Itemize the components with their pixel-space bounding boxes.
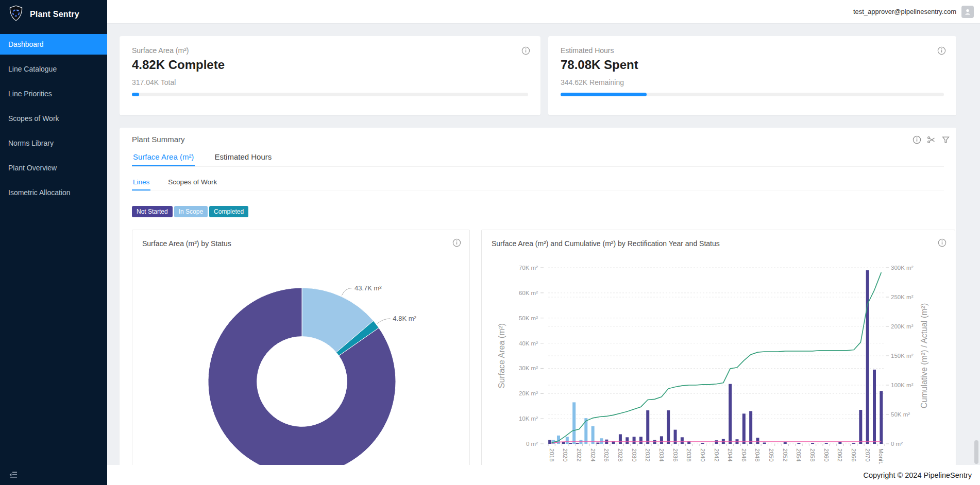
measure-tabs: Surface Area (m²) Estimated Hours bbox=[132, 149, 944, 167]
svg-text:20K m²: 20K m² bbox=[519, 390, 538, 396]
status-chip-completed[interactable]: Completed bbox=[209, 206, 248, 217]
svg-text:200K m²: 200K m² bbox=[891, 323, 914, 330]
svg-text:2044: 2044 bbox=[727, 448, 733, 462]
svg-text:2026: 2026 bbox=[603, 448, 610, 462]
svg-text:10K m²: 10K m² bbox=[519, 415, 538, 422]
svg-text:100K m²: 100K m² bbox=[891, 382, 914, 388]
svg-text:2018: 2018 bbox=[549, 448, 555, 462]
info-icon[interactable] bbox=[521, 46, 530, 55]
svg-text:2052: 2052 bbox=[782, 448, 788, 462]
sidebar-menu: Dashboard Line Catalogue Line Priorities… bbox=[0, 34, 107, 203]
sidebar-item-line-priorities[interactable]: Line Priorities bbox=[0, 83, 107, 104]
menu-fold-icon[interactable] bbox=[8, 470, 19, 480]
filter-icon[interactable] bbox=[941, 135, 950, 144]
svg-text:70K m²: 70K m² bbox=[519, 265, 538, 271]
svg-text:2032: 2032 bbox=[645, 448, 651, 462]
panel-title: Plant Summary bbox=[132, 135, 185, 144]
svg-text:2036: 2036 bbox=[672, 448, 679, 462]
card-label: Estimated Hours bbox=[561, 46, 614, 55]
svg-text:2066: 2066 bbox=[851, 448, 857, 462]
svg-text:2042: 2042 bbox=[714, 448, 720, 462]
copyright-text: Copyright © 2024 PipelineSentry bbox=[863, 471, 972, 479]
svg-text:0 m²: 0 m² bbox=[891, 441, 903, 447]
combo-chart-card: Surface Area (m²) and Cumulative (m²) by… bbox=[481, 230, 955, 465]
plant-summary-panel: Plant Summary Surface Area (m²) Estimate… bbox=[120, 128, 956, 465]
scissors-icon[interactable] bbox=[927, 135, 936, 144]
progress-bar bbox=[561, 93, 944, 96]
svg-text:50K m²: 50K m² bbox=[519, 315, 538, 321]
svg-text:40K m²: 40K m² bbox=[519, 340, 538, 347]
card-value: 78.08K Spent bbox=[561, 58, 638, 72]
surface-area-cumulative-combo-chart[interactable]: 0 m²10K m²20K m²30K m²40K m²50K m²60K m²… bbox=[482, 230, 955, 465]
svg-text:30K m²: 30K m² bbox=[519, 365, 538, 371]
svg-text:2070: 2070 bbox=[865, 448, 871, 462]
user-email[interactable]: test_approver@pipelinesentry.com bbox=[853, 8, 956, 15]
svg-text:Surface Area (m²): Surface Area (m²) bbox=[497, 323, 506, 388]
sidebar-item-scopes-of-work[interactable]: Scopes of Work bbox=[0, 108, 107, 129]
svg-text:2062: 2062 bbox=[837, 448, 843, 462]
svg-text:2048: 2048 bbox=[754, 448, 761, 462]
svg-text:300K m²: 300K m² bbox=[891, 265, 914, 271]
svg-text:2028: 2028 bbox=[617, 448, 623, 462]
app-logo: Plant Sentry bbox=[0, 0, 107, 29]
sidebar-item-plant-overview[interactable]: Plant Overview bbox=[0, 158, 107, 178]
svg-text:2020: 2020 bbox=[562, 448, 568, 462]
svg-text:50K m²: 50K m² bbox=[891, 411, 910, 418]
info-icon[interactable] bbox=[938, 238, 947, 247]
svg-text:2060: 2060 bbox=[823, 448, 830, 462]
chart-title: Surface Area (m²) by Status bbox=[142, 239, 231, 248]
svg-text:2054: 2054 bbox=[796, 448, 802, 462]
scope-subtabs: Lines Scopes of Work bbox=[132, 176, 944, 191]
status-legend: Not Started In Scope Completed bbox=[132, 206, 248, 217]
info-icon[interactable] bbox=[452, 238, 461, 247]
svg-text:60K m²: 60K m² bbox=[519, 290, 538, 296]
sidebar: Plant Sentry Dashboard Line Catalogue Li… bbox=[0, 0, 107, 485]
topbar: test_approver@pipelinesentry.com bbox=[107, 0, 980, 24]
shield-icon bbox=[7, 4, 25, 25]
svg-text:250K m²: 250K m² bbox=[891, 294, 914, 300]
card-subtext: 344.62K Remaining bbox=[561, 78, 624, 86]
estimated-hours-summary-card: Estimated Hours 78.08K Spent 344.62K Rem… bbox=[548, 36, 956, 115]
sidebar-item-line-catalogue[interactable]: Line Catalogue bbox=[0, 59, 107, 79]
card-subtext: 317.04K Total bbox=[132, 78, 176, 86]
surface-area-by-status-donut-chart[interactable]: 43.7K m²4.8K m² bbox=[132, 230, 469, 465]
chart-title: Surface Area (m²) and Cumulative (m²) by… bbox=[492, 239, 720, 248]
svg-text:2058: 2058 bbox=[809, 448, 816, 462]
svg-text:0 m²: 0 m² bbox=[526, 441, 538, 447]
progress-fill bbox=[561, 93, 647, 96]
info-icon[interactable] bbox=[913, 135, 921, 144]
progress-fill bbox=[132, 93, 139, 96]
svg-text:2050: 2050 bbox=[768, 448, 774, 462]
subtab-scopes-of-work[interactable]: Scopes of Work bbox=[167, 176, 218, 190]
vertical-scrollbar[interactable] bbox=[974, 440, 978, 464]
svg-text:2038: 2038 bbox=[686, 448, 692, 462]
svg-text:4.8K m²: 4.8K m² bbox=[393, 315, 416, 322]
app-title: Plant Sentry bbox=[30, 10, 79, 19]
tab-estimated-hours[interactable]: Estimated Hours bbox=[213, 149, 273, 166]
svg-text:150K m²: 150K m² bbox=[891, 353, 914, 359]
sidebar-item-norms-library[interactable]: Norms Library bbox=[0, 133, 107, 153]
surface-area-summary-card: Surface Area (m²) 4.82K Complete 317.04K… bbox=[120, 36, 540, 115]
card-label: Surface Area (m²) bbox=[132, 46, 189, 55]
main-content: Surface Area (m²) 4.82K Complete 317.04K… bbox=[107, 24, 980, 465]
svg-text:2034: 2034 bbox=[658, 448, 665, 462]
donut-chart-card: Surface Area (m²) by Status 43.7K m²4.8K… bbox=[132, 230, 470, 465]
page-footer: Copyright © 2024 PipelineSentry bbox=[107, 465, 980, 485]
svg-text:Cumulative (m²) / Actual (m²): Cumulative (m²) / Actual (m²) bbox=[920, 303, 928, 408]
svg-text:2040: 2040 bbox=[700, 448, 706, 462]
status-chip-not-started[interactable]: Not Started bbox=[132, 206, 173, 217]
sidebar-item-dashboard[interactable]: Dashboard bbox=[0, 34, 107, 55]
svg-text:43.7K m²: 43.7K m² bbox=[354, 284, 382, 292]
progress-bar bbox=[132, 93, 528, 96]
user-avatar-icon[interactable] bbox=[961, 6, 974, 18]
card-value: 4.82K Complete bbox=[132, 58, 225, 72]
svg-text:Monit...: Monit... bbox=[878, 448, 884, 465]
tab-surface-area[interactable]: Surface Area (m²) bbox=[132, 149, 195, 166]
svg-text:2022: 2022 bbox=[576, 448, 582, 462]
svg-text:2046: 2046 bbox=[741, 448, 747, 462]
sidebar-item-isometric-allocation[interactable]: Isometric Allocation bbox=[0, 182, 107, 203]
info-icon[interactable] bbox=[937, 46, 946, 55]
status-chip-in-scope[interactable]: In Scope bbox=[174, 206, 208, 217]
svg-text:2030: 2030 bbox=[631, 448, 637, 462]
subtab-lines[interactable]: Lines bbox=[132, 176, 150, 190]
